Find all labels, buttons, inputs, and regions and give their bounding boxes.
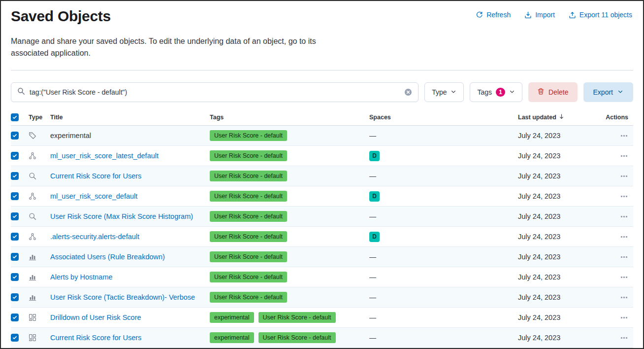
tag-badge[interactable]: User Risk Score - default (210, 211, 287, 222)
space-badge: D (369, 151, 380, 161)
row-checkbox[interactable] (11, 212, 19, 220)
actions-menu-button[interactable] (620, 335, 628, 341)
no-spaces-dash: — (369, 132, 376, 140)
column-header-last-updated[interactable]: Last updated (518, 113, 565, 121)
tag-badge[interactable]: User Risk Score - default (210, 130, 287, 141)
table-body: experimentalUser Risk Score - default—Ju… (11, 126, 633, 348)
dashboard-icon (29, 334, 36, 342)
row-checkbox[interactable] (11, 293, 19, 301)
tag-badge[interactable]: User Risk Score - default (258, 332, 336, 344)
tag-badge[interactable]: User Risk Score - default (210, 292, 287, 303)
tag-badge[interactable]: User Risk Score - default (258, 312, 336, 323)
table-row: experimentalUser Risk Score - default—Ju… (11, 126, 633, 146)
saved-objects-page: Saved Objects Refresh Import Export 11 o… (0, 0, 644, 349)
refresh-icon (476, 11, 483, 19)
table-row: Current Risk Score for Usersexperimental… (11, 328, 633, 348)
column-header-spaces: Spaces (369, 114, 518, 121)
import-icon (524, 11, 532, 19)
object-title[interactable]: Drilldown of User Risk Score (50, 314, 141, 321)
tags-filter-dropdown[interactable]: Tags 1 (470, 82, 522, 102)
row-checkbox[interactable] (11, 314, 19, 321)
no-spaces-dash: — (369, 253, 376, 261)
export-icon (569, 11, 576, 19)
tag-badge[interactable]: User Risk Score - default (210, 251, 287, 263)
object-title[interactable]: .alerts-security.alerts-default (50, 233, 139, 241)
tag-badge[interactable]: User Risk Score - default (210, 231, 287, 243)
actions-menu-button[interactable] (620, 254, 628, 260)
row-checkbox[interactable] (11, 172, 19, 180)
column-header-actions: Actions (604, 114, 633, 121)
row-checkbox[interactable] (11, 192, 19, 200)
table-row: Current Risk Score for UsersUser Risk Sc… (11, 166, 633, 186)
last-updated-value: July 24, 2023 (518, 172, 604, 180)
divider (11, 70, 633, 70)
object-title[interactable]: User Risk Score (Tactic Breakdown)- Verb… (50, 293, 195, 301)
search-input[interactable] (30, 88, 400, 96)
ml-job-icon (29, 152, 36, 160)
row-checkbox[interactable] (11, 334, 19, 342)
object-title: experimental (50, 132, 91, 140)
tag-icon (29, 132, 36, 140)
tag-badge[interactable]: experimental (210, 332, 254, 344)
last-updated-value: July 24, 2023 (518, 273, 604, 281)
last-updated-value: July 24, 2023 (518, 132, 604, 140)
table-row: ml_user_risk_score_defaultUser Risk Scor… (11, 186, 633, 207)
row-checkbox[interactable] (11, 152, 19, 160)
actions-menu-button[interactable] (620, 234, 628, 240)
actions-menu-button[interactable] (620, 295, 628, 300)
bar-chart-icon (29, 293, 36, 301)
tags-count-badge: 1 (496, 88, 505, 97)
last-updated-value: July 24, 2023 (518, 314, 604, 321)
column-header-tags: Tags (210, 114, 369, 121)
row-checkbox[interactable] (11, 253, 19, 261)
saved-objects-table: Type Title Tags Spaces Last updated Acti… (11, 109, 633, 348)
chevron-down-icon (617, 88, 623, 96)
actions-menu-button[interactable] (620, 214, 628, 219)
actions-menu-button[interactable] (620, 133, 628, 139)
actions-menu-button[interactable] (620, 153, 628, 159)
lens-icon (29, 172, 36, 180)
import-button[interactable]: Import (524, 11, 555, 19)
tag-badge[interactable]: User Risk Score - default (210, 171, 287, 182)
row-checkbox[interactable] (11, 273, 19, 281)
search-icon (17, 87, 25, 97)
ml-job-icon (29, 192, 36, 200)
sort-descending-icon (558, 113, 565, 121)
select-all-checkbox[interactable] (11, 113, 19, 121)
object-title[interactable]: Current Risk Score for Users (50, 172, 141, 180)
last-updated-value: July 24, 2023 (518, 212, 604, 220)
column-header-title: Title (50, 114, 210, 121)
tag-badge[interactable]: User Risk Score - default (210, 150, 287, 162)
table-row: ml_user_risk_score_latest_defaultUser Ri… (11, 146, 633, 166)
row-checkbox[interactable] (11, 233, 19, 241)
object-title[interactable]: Alerts by Hostname (50, 273, 113, 281)
refresh-button[interactable]: Refresh (476, 11, 511, 19)
no-spaces-dash: — (369, 273, 376, 281)
table-header-row: Type Title Tags Spaces Last updated Acti… (11, 109, 633, 126)
column-header-type: Type (29, 114, 50, 121)
no-spaces-dash: — (369, 314, 376, 321)
object-title[interactable]: ml_user_risk_score_latest_default (50, 152, 159, 160)
trash-icon (537, 88, 545, 97)
tag-badge[interactable]: experimental (210, 312, 254, 323)
actions-menu-button[interactable] (620, 275, 628, 280)
tag-badge[interactable]: User Risk Score - default (210, 272, 287, 283)
actions-menu-button[interactable] (620, 194, 628, 199)
row-checkbox[interactable] (11, 132, 19, 140)
no-spaces-dash: — (369, 334, 376, 342)
object-title[interactable]: ml_user_risk_score_default (50, 192, 137, 200)
type-filter-dropdown[interactable]: Type (424, 82, 464, 102)
clear-search-icon[interactable] (404, 88, 412, 96)
actions-menu-button[interactable] (620, 315, 628, 320)
page-header: Saved Objects Refresh Import Export 11 o… (11, 7, 633, 25)
export-all-button[interactable]: Export 11 objects (569, 11, 632, 19)
export-selected-button[interactable]: Export (583, 82, 633, 102)
tag-badge[interactable]: User Risk Score - default (210, 191, 287, 202)
delete-button[interactable]: Delete (528, 82, 577, 102)
object-title[interactable]: Current Risk Score for Users (50, 334, 141, 342)
actions-menu-button[interactable] (620, 174, 628, 179)
dashboard-icon (29, 314, 36, 321)
table-row: Alerts by HostnameUser Risk Score - defa… (11, 267, 633, 287)
object-title[interactable]: User Risk Score (Max Risk Score Histogra… (50, 212, 193, 220)
object-title[interactable]: Associated Users (Rule Breakdown) (50, 253, 165, 261)
